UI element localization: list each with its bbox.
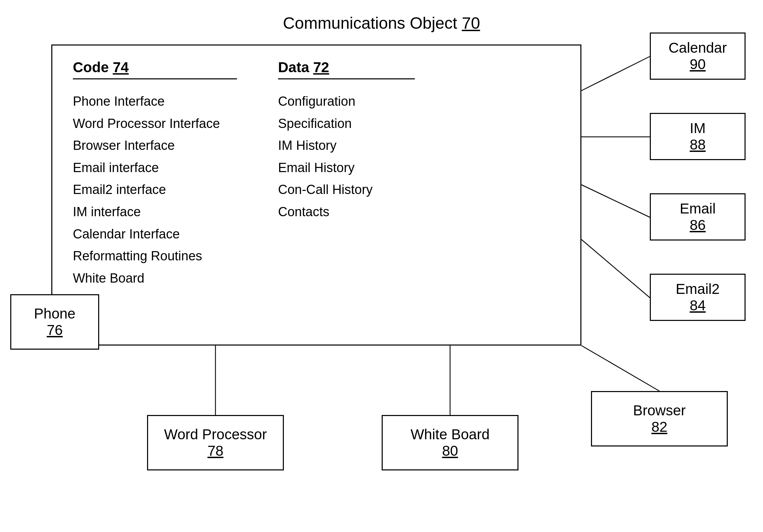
- data-column-title-text: Data: [278, 59, 313, 75]
- code-column-items: Phone InterfaceWord Processor InterfaceB…: [73, 90, 237, 289]
- phone-number: 76: [18, 322, 91, 338]
- data-item: Configuration: [278, 90, 415, 113]
- code-item: Phone Interface: [73, 90, 237, 113]
- main-box: Code 74 Phone InterfaceWord Processor In…: [51, 44, 581, 346]
- data-column-items: ConfigurationSpecificationIM HistoryEmai…: [278, 90, 415, 223]
- im-box: IM 88: [650, 113, 746, 160]
- data-column-title-number: 72: [313, 59, 329, 75]
- code-item: White Board: [73, 267, 237, 289]
- data-item: Email History: [278, 157, 415, 179]
- page-title: Communications Object 70: [283, 14, 480, 33]
- calendar-label: Calendar: [655, 40, 740, 56]
- svg-line-0: [581, 56, 650, 91]
- white-board-box: White Board 80: [382, 415, 518, 470]
- word-processor-label: Word Processor: [155, 426, 276, 443]
- code-item: Browser Interface: [73, 134, 237, 157]
- email-label: Email: [655, 200, 740, 217]
- data-item: Contacts: [278, 201, 415, 223]
- data-column: Data 72 ConfigurationSpecificationIM His…: [278, 59, 415, 289]
- email2-number: 84: [655, 297, 740, 314]
- svg-line-2: [581, 185, 650, 217]
- code-item: Word Processor Interface: [73, 113, 237, 135]
- data-item: IM History: [278, 134, 415, 157]
- code-column-title-number: 74: [113, 59, 129, 75]
- code-item: Reformatting Routines: [73, 245, 237, 267]
- word-processor-box: Word Processor 78: [147, 415, 284, 470]
- code-column-title-text: Code: [73, 59, 113, 75]
- code-item: Email interface: [73, 157, 237, 179]
- browser-label: Browser: [599, 402, 720, 419]
- browser-box: Browser 82: [591, 391, 728, 446]
- code-column: Code 74 Phone InterfaceWord Processor In…: [73, 59, 237, 289]
- data-item: Con-Call History: [278, 179, 415, 201]
- code-item: Email2 interface: [73, 179, 237, 201]
- white-board-label: White Board: [390, 426, 511, 443]
- email2-label: Email2: [655, 281, 740, 297]
- calendar-box: Calendar 90: [650, 33, 746, 80]
- code-item: Calendar Interface: [73, 223, 237, 245]
- email-box: Email 86: [650, 193, 746, 241]
- code-item: IM interface: [73, 201, 237, 223]
- phone-label: Phone: [18, 306, 91, 322]
- email2-box: Email2 84: [650, 274, 746, 321]
- email-number: 86: [655, 217, 740, 233]
- im-number: 88: [655, 137, 740, 153]
- word-processor-number: 78: [155, 443, 276, 459]
- phone-box: Phone 76: [10, 294, 99, 350]
- calendar-number: 90: [655, 56, 740, 73]
- svg-line-3: [581, 239, 650, 298]
- diagram-container: Communications Object 70 Code 74 Phone I…: [0, 0, 763, 532]
- im-label: IM: [655, 120, 740, 137]
- white-board-number: 80: [390, 443, 511, 459]
- svg-line-6: [581, 346, 659, 391]
- browser-number: 82: [599, 419, 720, 435]
- data-item: Specification: [278, 113, 415, 135]
- data-column-divider: [278, 78, 415, 79]
- code-column-divider: [73, 78, 237, 79]
